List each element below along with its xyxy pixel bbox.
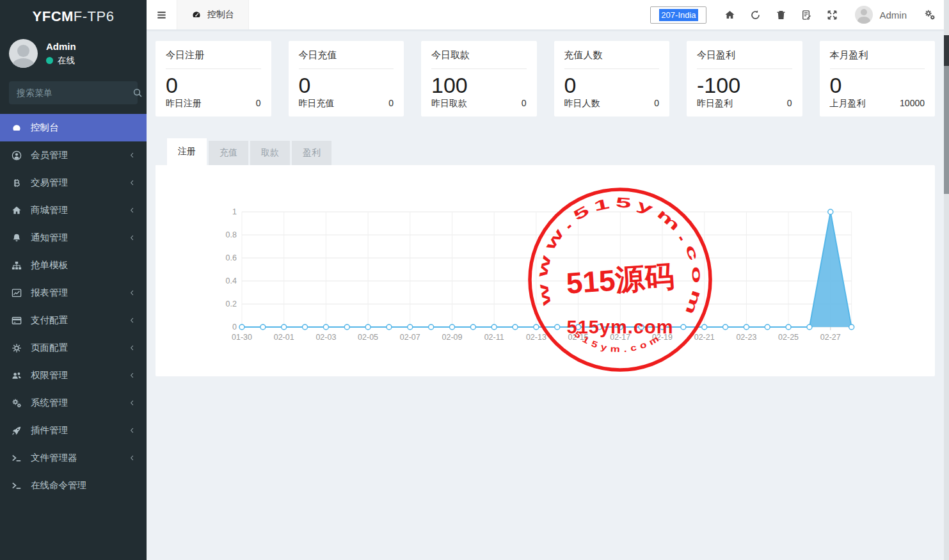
sidebar-item-transactions[interactable]: 交易管理 [0, 169, 147, 196]
stat-card-today-recharge: 今日充值0昨日充值0 [289, 41, 404, 116]
sidebar-item-order-template[interactable]: 抢单模板 [0, 252, 147, 279]
page-scrollbar[interactable] [944, 0, 949, 560]
svg-text:02-15: 02-15 [568, 333, 589, 342]
sidebar-item-notifications[interactable]: 通知管理 [0, 224, 147, 252]
stat-card-footer-label: 昨日注册 [166, 98, 202, 109]
sitemap-icon [11, 260, 22, 271]
sidebar-item-payment-config[interactable]: 支付配置 [0, 307, 147, 334]
menu-search[interactable] [9, 81, 138, 104]
sidebar-item-label: 支付配置 [31, 314, 68, 326]
chart-tab-label: 取款 [261, 147, 279, 159]
chart-tab-recharge[interactable]: 充值 [209, 141, 248, 165]
user-menu[interactable]: Admin [847, 6, 914, 24]
chevron-left-icon [129, 179, 136, 186]
chart-tabs: 注册充值取款盈利 [156, 136, 935, 165]
stat-card-footer-value: 0 [787, 98, 792, 109]
refresh-icon [750, 10, 761, 20]
divider [299, 68, 394, 69]
svg-text:02-21: 02-21 [694, 333, 715, 342]
sidebar-item-plugins[interactable]: 插件管理 [0, 417, 147, 444]
chart-tab-withdraw[interactable]: 取款 [250, 141, 290, 165]
quick-search-input[interactable]: 207-India [650, 6, 706, 24]
search-icon[interactable] [132, 88, 143, 98]
sidebar-item-label: 报表管理 [31, 287, 68, 299]
stat-card-title: 今日注册 [166, 49, 261, 61]
stat-card-recharge-users: 充值人数0昨日人数0 [554, 41, 670, 116]
trash-icon [776, 10, 786, 20]
tab-dashboard-label: 控制台 [207, 9, 234, 20]
stat-card-footer-label: 昨日取款 [431, 98, 467, 109]
chevron-left-icon [129, 152, 136, 159]
cogs-icon [11, 398, 22, 408]
brand-light: F-TP6 [74, 8, 115, 25]
svg-text:02-05: 02-05 [358, 333, 378, 342]
chevron-left-icon [129, 427, 136, 434]
chart-tab-label: 盈利 [303, 147, 321, 159]
stat-card-today-withdraw: 今日取款100昨日取款0 [421, 41, 537, 116]
sidebar-item-label: 交易管理 [31, 177, 68, 189]
fullscreen-icon [827, 10, 838, 20]
chevron-left-icon [129, 399, 136, 406]
chevron-left-icon [129, 234, 136, 241]
sidebar-item-label: 会员管理 [31, 149, 68, 161]
stat-cards: 今日注册0昨日注册0今日充值0昨日充值0今日取款100昨日取款0充值人数0昨日人… [156, 41, 935, 116]
sidebar: YFCMF-TP6 Admin 在线 控制台会员管理交易管理商城管理通知管理抢单… [0, 0, 147, 560]
trash-button[interactable] [768, 0, 793, 30]
svg-text:02-07: 02-07 [400, 333, 420, 342]
sidebar-item-system[interactable]: 系统管理 [0, 389, 147, 417]
scrollbar-thumb[interactable] [944, 35, 949, 66]
hamburger-icon[interactable] [147, 0, 177, 29]
home-button[interactable] [717, 0, 742, 30]
divider [830, 68, 925, 69]
settings-gears-icon[interactable] [917, 0, 943, 30]
divider [564, 68, 660, 69]
menu-search-input[interactable] [17, 88, 132, 98]
chevron-left-icon [129, 207, 136, 214]
chevron-left-icon [129, 317, 136, 324]
gear-icon [11, 343, 22, 353]
terminal-icon [11, 453, 22, 463]
app-root: YFCMF-TP6 Admin 在线 控制台会员管理交易管理商城管理通知管理抢单… [0, 0, 949, 560]
sidebar-item-page-config[interactable]: 页面配置 [0, 334, 147, 362]
quick-search-value: 207-India [659, 9, 698, 21]
sidebar-item-online-command[interactable]: 在线命令管理 [0, 472, 147, 499]
svg-text:02-01: 02-01 [274, 333, 294, 342]
user-name: Admin [46, 41, 76, 52]
home-icon [11, 205, 22, 216]
user-avatar [855, 6, 873, 24]
refresh-button[interactable] [742, 0, 768, 30]
sidebar-item-members[interactable]: 会员管理 [0, 141, 147, 169]
top-navbar: 控制台 207-India Admin [147, 0, 949, 30]
fullscreen-button[interactable] [819, 0, 845, 30]
chart-panel-body: 00.20.40.60.8101-3002-0102-0302-0502-070… [156, 165, 935, 376]
chart-tab-profit[interactable]: 盈利 [292, 141, 331, 165]
sidebar-item-reports[interactable]: 报表管理 [0, 279, 147, 307]
chart-tab-register[interactable]: 注册 [167, 138, 207, 165]
chevron-left-icon [129, 344, 136, 351]
divider [166, 68, 261, 69]
stat-card-footer-label: 昨日充值 [299, 98, 335, 109]
stat-card-value: 0 [830, 73, 925, 98]
chart-tab-label: 充值 [219, 147, 237, 159]
clear-cache-button[interactable] [793, 0, 819, 30]
sidebar-item-mall[interactable]: 商城管理 [0, 196, 147, 224]
stat-card-value: 100 [431, 73, 527, 98]
sidebar-item-label: 商城管理 [31, 204, 68, 216]
stat-card-footer-label: 昨日盈利 [697, 98, 733, 109]
sidebar-item-permissions[interactable]: 权限管理 [0, 362, 147, 389]
bitcoin-icon [11, 178, 22, 188]
sidebar-item-file-manager[interactable]: 文件管理器 [0, 444, 147, 472]
svg-text:02-17: 02-17 [610, 333, 630, 342]
stat-card-today-profit: 今日盈利-100昨日盈利0 [687, 41, 802, 116]
navbar-right: 207-India Admin [650, 0, 949, 29]
tab-dashboard[interactable]: 控制台 [177, 0, 249, 29]
sidebar-item-label: 页面配置 [31, 342, 68, 354]
stat-card-footer-value: 0 [522, 98, 527, 109]
tachometer-icon [191, 10, 202, 20]
svg-text:02-09: 02-09 [442, 333, 463, 342]
sidebar-item-label: 在线命令管理 [31, 479, 86, 492]
svg-text:1: 1 [232, 207, 237, 216]
sidebar-item-dashboard[interactable]: 控制台 [0, 114, 147, 141]
stat-card-footer-value: 10000 [900, 98, 925, 109]
chart-tab-label: 注册 [178, 146, 196, 157]
